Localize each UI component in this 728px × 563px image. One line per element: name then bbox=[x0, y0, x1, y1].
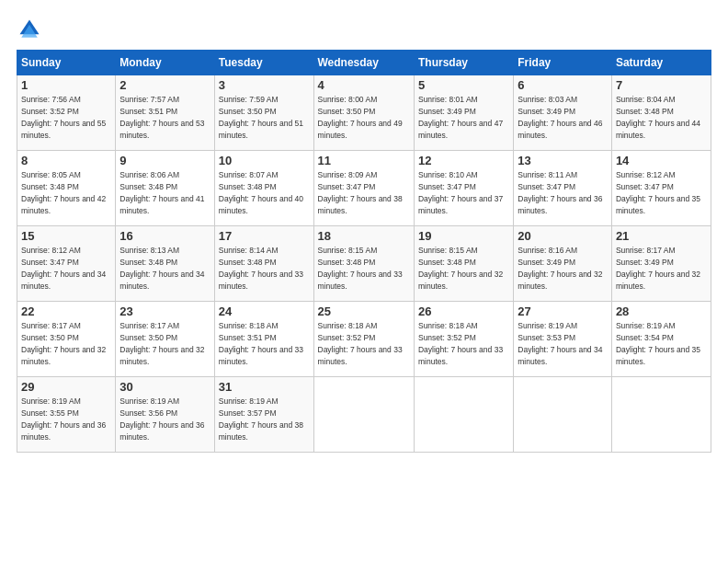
calendar-cell: 19 Sunrise: 8:15 AMSunset: 3:48 PMDaylig… bbox=[414, 226, 513, 302]
day-number: 25 bbox=[318, 304, 410, 318]
calendar-cell: 1 Sunrise: 7:56 AMSunset: 3:52 PMDayligh… bbox=[17, 75, 116, 151]
day-detail: Sunrise: 8:18 AMSunset: 3:52 PMDaylight:… bbox=[318, 321, 403, 366]
day-detail: Sunrise: 8:14 AMSunset: 3:48 PMDaylight:… bbox=[219, 246, 303, 291]
header-saturday: Saturday bbox=[611, 51, 711, 75]
calendar-cell: 17 Sunrise: 8:14 AMSunset: 3:48 PMDaylig… bbox=[214, 226, 313, 302]
day-number: 26 bbox=[418, 304, 509, 318]
day-number: 18 bbox=[318, 229, 410, 243]
page: SundayMondayTuesdayWednesdayThursdayFrid… bbox=[0, 0, 728, 563]
day-detail: Sunrise: 8:09 AMSunset: 3:47 PMDaylight:… bbox=[318, 170, 403, 215]
calendar-cell: 16 Sunrise: 8:13 AMSunset: 3:48 PMDaylig… bbox=[116, 226, 214, 302]
calendar-cell bbox=[313, 377, 414, 453]
day-detail: Sunrise: 8:15 AMSunset: 3:48 PMDaylight:… bbox=[418, 246, 503, 291]
day-detail: Sunrise: 8:19 AMSunset: 3:56 PMDaylight:… bbox=[119, 396, 204, 442]
calendar-cell: 21 Sunrise: 8:17 AMSunset: 3:49 PMDaylig… bbox=[611, 226, 711, 302]
calendar-table: SundayMondayTuesdayWednesdayThursdayFrid… bbox=[17, 50, 711, 453]
day-detail: Sunrise: 8:18 AMSunset: 3:51 PMDaylight:… bbox=[219, 321, 303, 366]
calendar-cell: 23 Sunrise: 8:17 AMSunset: 3:50 PMDaylig… bbox=[116, 302, 214, 377]
day-number: 10 bbox=[219, 154, 310, 167]
calendar-week-row: 29 Sunrise: 8:19 AMSunset: 3:55 PMDaylig… bbox=[17, 377, 711, 453]
day-number: 20 bbox=[518, 229, 608, 243]
day-detail: Sunrise: 8:11 AMSunset: 3:47 PMDaylight:… bbox=[518, 170, 602, 215]
day-detail: Sunrise: 8:19 AMSunset: 3:54 PMDaylight:… bbox=[616, 321, 700, 366]
day-number: 28 bbox=[616, 304, 707, 318]
day-detail: Sunrise: 8:06 AMSunset: 3:48 PMDaylight:… bbox=[119, 170, 204, 215]
day-number: 24 bbox=[219, 304, 310, 318]
calendar-cell: 8 Sunrise: 8:05 AMSunset: 3:48 PMDayligh… bbox=[17, 151, 116, 226]
day-number: 23 bbox=[119, 304, 210, 318]
calendar-week-row: 8 Sunrise: 8:05 AMSunset: 3:48 PMDayligh… bbox=[17, 151, 711, 226]
calendar-cell: 7 Sunrise: 8:04 AMSunset: 3:48 PMDayligh… bbox=[611, 75, 711, 151]
calendar-cell: 20 Sunrise: 8:16 AMSunset: 3:49 PMDaylig… bbox=[514, 226, 612, 302]
calendar-cell: 11 Sunrise: 8:09 AMSunset: 3:47 PMDaylig… bbox=[313, 151, 414, 226]
day-detail: Sunrise: 8:18 AMSunset: 3:52 PMDaylight:… bbox=[418, 321, 503, 366]
day-detail: Sunrise: 8:01 AMSunset: 3:49 PMDaylight:… bbox=[418, 95, 503, 140]
calendar-cell: 12 Sunrise: 8:10 AMSunset: 3:47 PMDaylig… bbox=[414, 151, 513, 226]
day-detail: Sunrise: 7:56 AMSunset: 3:52 PMDaylight:… bbox=[21, 95, 106, 140]
day-number: 9 bbox=[119, 154, 210, 167]
day-number: 27 bbox=[518, 304, 608, 318]
calendar-cell: 9 Sunrise: 8:06 AMSunset: 3:48 PMDayligh… bbox=[116, 151, 214, 226]
day-number: 1 bbox=[21, 78, 111, 92]
calendar-cell: 3 Sunrise: 7:59 AMSunset: 3:50 PMDayligh… bbox=[214, 75, 313, 151]
day-detail: Sunrise: 8:07 AMSunset: 3:48 PMDaylight:… bbox=[219, 170, 303, 215]
calendar-cell: 5 Sunrise: 8:01 AMSunset: 3:49 PMDayligh… bbox=[414, 75, 513, 151]
calendar-week-row: 1 Sunrise: 7:56 AMSunset: 3:52 PMDayligh… bbox=[17, 75, 711, 151]
day-number: 19 bbox=[418, 229, 509, 243]
header-wednesday: Wednesday bbox=[313, 51, 414, 75]
calendar-week-row: 22 Sunrise: 8:17 AMSunset: 3:50 PMDaylig… bbox=[17, 302, 711, 377]
calendar-cell: 24 Sunrise: 8:18 AMSunset: 3:51 PMDaylig… bbox=[214, 302, 313, 377]
day-detail: Sunrise: 8:12 AMSunset: 3:47 PMDaylight:… bbox=[21, 246, 106, 291]
calendar-cell: 10 Sunrise: 8:07 AMSunset: 3:48 PMDaylig… bbox=[214, 151, 313, 226]
logo bbox=[17, 17, 46, 42]
calendar-cell: 31 Sunrise: 8:19 AMSunset: 3:57 PMDaylig… bbox=[214, 377, 313, 453]
calendar-cell: 13 Sunrise: 8:11 AMSunset: 3:47 PMDaylig… bbox=[514, 151, 612, 226]
calendar-cell: 29 Sunrise: 8:19 AMSunset: 3:55 PMDaylig… bbox=[17, 377, 116, 453]
day-number: 4 bbox=[318, 78, 410, 92]
day-detail: Sunrise: 8:00 AMSunset: 3:50 PMDaylight:… bbox=[318, 95, 403, 140]
header-sunday: Sunday bbox=[17, 51, 116, 75]
day-detail: Sunrise: 8:12 AMSunset: 3:47 PMDaylight:… bbox=[616, 170, 700, 215]
calendar-cell bbox=[611, 377, 711, 453]
day-number: 3 bbox=[219, 78, 310, 92]
day-detail: Sunrise: 8:13 AMSunset: 3:48 PMDaylight:… bbox=[119, 246, 204, 291]
day-detail: Sunrise: 8:04 AMSunset: 3:48 PMDaylight:… bbox=[616, 95, 700, 140]
day-detail: Sunrise: 8:19 AMSunset: 3:57 PMDaylight:… bbox=[219, 396, 303, 442]
calendar-week-row: 15 Sunrise: 8:12 AMSunset: 3:47 PMDaylig… bbox=[17, 226, 711, 302]
calendar-cell: 25 Sunrise: 8:18 AMSunset: 3:52 PMDaylig… bbox=[313, 302, 414, 377]
calendar-cell: 22 Sunrise: 8:17 AMSunset: 3:50 PMDaylig… bbox=[17, 302, 116, 377]
calendar-cell: 27 Sunrise: 8:19 AMSunset: 3:53 PMDaylig… bbox=[514, 302, 612, 377]
logo-icon bbox=[17, 17, 42, 42]
header-monday: Monday bbox=[116, 51, 214, 75]
day-detail: Sunrise: 8:19 AMSunset: 3:55 PMDaylight:… bbox=[21, 396, 106, 442]
day-number: 22 bbox=[21, 304, 111, 318]
day-number: 17 bbox=[219, 229, 310, 243]
calendar-cell bbox=[514, 377, 612, 453]
day-detail: Sunrise: 7:59 AMSunset: 3:50 PMDaylight:… bbox=[219, 95, 303, 140]
day-number: 30 bbox=[119, 380, 210, 394]
day-number: 29 bbox=[21, 380, 111, 394]
day-number: 16 bbox=[119, 229, 210, 243]
calendar-cell: 15 Sunrise: 8:12 AMSunset: 3:47 PMDaylig… bbox=[17, 226, 116, 302]
day-detail: Sunrise: 8:17 AMSunset: 3:50 PMDaylight:… bbox=[21, 321, 106, 366]
day-number: 11 bbox=[318, 154, 410, 167]
day-number: 7 bbox=[616, 78, 707, 92]
day-detail: Sunrise: 7:57 AMSunset: 3:51 PMDaylight:… bbox=[119, 95, 204, 140]
day-detail: Sunrise: 8:19 AMSunset: 3:53 PMDaylight:… bbox=[518, 321, 602, 366]
day-number: 8 bbox=[21, 154, 111, 167]
header-thursday: Thursday bbox=[414, 51, 513, 75]
day-detail: Sunrise: 8:05 AMSunset: 3:48 PMDaylight:… bbox=[21, 170, 106, 215]
calendar-cell: 26 Sunrise: 8:18 AMSunset: 3:52 PMDaylig… bbox=[414, 302, 513, 377]
day-number: 5 bbox=[418, 78, 509, 92]
day-detail: Sunrise: 8:10 AMSunset: 3:47 PMDaylight:… bbox=[418, 170, 503, 215]
calendar-cell: 14 Sunrise: 8:12 AMSunset: 3:47 PMDaylig… bbox=[611, 151, 711, 226]
header-tuesday: Tuesday bbox=[214, 51, 313, 75]
calendar-header-row: SundayMondayTuesdayWednesdayThursdayFrid… bbox=[17, 51, 711, 75]
day-number: 12 bbox=[418, 154, 509, 167]
day-detail: Sunrise: 8:15 AMSunset: 3:48 PMDaylight:… bbox=[318, 246, 403, 291]
day-number: 15 bbox=[21, 229, 111, 243]
day-detail: Sunrise: 8:16 AMSunset: 3:49 PMDaylight:… bbox=[518, 246, 602, 291]
calendar-cell: 2 Sunrise: 7:57 AMSunset: 3:51 PMDayligh… bbox=[116, 75, 214, 151]
day-detail: Sunrise: 8:17 AMSunset: 3:49 PMDaylight:… bbox=[616, 246, 700, 291]
day-detail: Sunrise: 8:03 AMSunset: 3:49 PMDaylight:… bbox=[518, 95, 602, 140]
